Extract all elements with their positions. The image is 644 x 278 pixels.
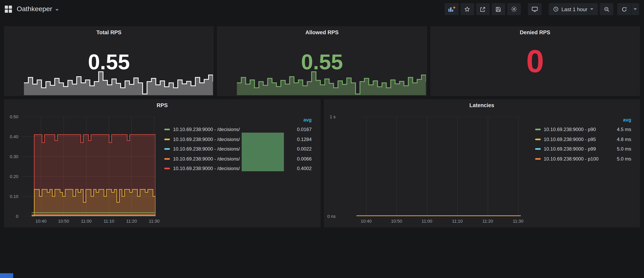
legend-series-value: 0.0066 <box>287 156 312 162</box>
legend-series-name: 10.10.69.238:9000 - p90 <box>544 127 606 132</box>
panel-latencies: Latencies 1 s0 ns 10:4010:5011:0011:1011… <box>324 99 640 227</box>
panel-total-rps: Total RPS 0.55 <box>4 26 214 96</box>
star-icon <box>464 6 470 12</box>
x-tick-label: 10:40 <box>361 219 372 224</box>
legend-series-value: 0.4002 <box>287 166 312 171</box>
legend-row[interactable]: 10.10.69.238:9000 - p95 4.8 ms <box>535 134 631 144</box>
grafana-menu-icon[interactable] <box>5 5 12 13</box>
stat-value-total-rps: 0.55 <box>4 51 214 72</box>
green-overlay-artifact <box>242 133 284 171</box>
legend-series-color <box>164 148 170 150</box>
time-range-picker-button[interactable]: Last 1 hour <box>549 3 598 15</box>
cycle-view-mode-button[interactable] <box>528 3 542 15</box>
x-tick-label: 11:00 <box>422 219 432 224</box>
legend-series-color <box>535 139 540 140</box>
legend-row[interactable]: 10.10.69.238:9000 - /decisions/ 0.0167 <box>164 125 312 134</box>
bottom-left-blue-fragment <box>0 273 13 278</box>
legend-series-value: 0.0022 <box>287 146 312 152</box>
y-tick-label: 0 ns <box>327 214 336 219</box>
legend-series-color <box>164 168 170 169</box>
latency-legend: avg 10.10.69.238:9000 - p90 4.5 ms 10.10… <box>535 117 631 164</box>
y-tick-label: 0.30 <box>10 154 18 159</box>
panel-denied-rps: Denied RPS 0 <box>430 26 640 96</box>
legend-row[interactable]: 10.10.69.238:9000 - /decisions/ 0.0022 <box>164 144 312 154</box>
rps-y-axis: 0.500.400.300.200.100 <box>4 117 18 216</box>
x-tick-label: 11:20 <box>126 219 137 224</box>
refresh-split-button <box>617 3 639 15</box>
clock-icon <box>553 6 559 12</box>
save-dashboard-button[interactable] <box>492 3 505 15</box>
legend-series-value: 4.5 ms <box>606 127 631 132</box>
navbar-right: Last 1 hour <box>444 3 639 15</box>
legend-series-name: 10.10.69.238:9000 - p95 <box>544 137 606 142</box>
refresh-dashboard-button[interactable] <box>617 3 631 15</box>
x-tick-label: 10:50 <box>391 219 402 224</box>
legend-avg-header[interactable]: avg <box>535 117 631 125</box>
x-tick-label: 11:30 <box>149 219 160 224</box>
panel-title-rps[interactable]: RPS <box>4 99 320 108</box>
x-tick-label: 11:20 <box>482 219 493 224</box>
panel-title-latencies[interactable]: Latencies <box>324 99 640 108</box>
panel-title-total-rps[interactable]: Total RPS <box>4 26 214 35</box>
legend-series-name: 10.10.69.238:9000 - p100 <box>544 156 606 162</box>
legend-series-value: 5.0 ms <box>606 146 631 152</box>
stat-value-denied-rps: 0 <box>430 45 640 77</box>
x-tick-label: 11:10 <box>452 219 462 224</box>
gear-icon <box>511 6 517 12</box>
dashboard-picker-caret-icon[interactable] <box>56 9 58 11</box>
total-rps-sparkline <box>24 70 213 95</box>
add-panel-button[interactable] <box>444 3 458 15</box>
navbar-left: Oathkeeper <box>5 5 58 13</box>
rps-chart-plot[interactable] <box>22 117 156 216</box>
panel-title-denied-rps[interactable]: Denied RPS <box>430 26 640 35</box>
y-tick-label: 1 s <box>330 114 336 119</box>
legend-series-value: 0.1284 <box>287 137 312 142</box>
refresh-icon <box>621 6 627 12</box>
legend-series-color <box>164 139 170 140</box>
y-tick-label: 0.10 <box>10 194 18 199</box>
refresh-interval-caret-button[interactable] <box>631 3 639 15</box>
monitor-icon <box>532 6 538 12</box>
save-icon <box>496 6 502 12</box>
legend-series-value: 4.8 ms <box>606 137 631 142</box>
star-dashboard-button[interactable] <box>460 3 474 15</box>
panel-rps: RPS 0.500.400.300.200.100 10:4010:5011:0… <box>4 99 320 227</box>
allowed-rps-sparkline <box>237 70 426 95</box>
legend-series-color <box>535 148 540 150</box>
legend-row[interactable]: 10.10.69.238:9000 - p90 4.5 ms <box>535 125 631 134</box>
latency-chart-plot[interactable] <box>356 117 520 216</box>
legend-row[interactable]: 10.10.69.238:9000 - /decisions/ 0.1284 <box>164 134 312 144</box>
latency-y-axis: 1 s0 ns <box>324 117 336 216</box>
time-range-label: Last 1 hour <box>562 6 588 12</box>
refresh-caret-icon <box>634 8 637 10</box>
y-tick-label: 0 <box>16 214 18 219</box>
legend-row[interactable]: 10.10.69.238:9000 - p99 5.0 ms <box>535 144 631 154</box>
legend-row[interactable]: 10.10.69.238:9000 - p100 5.0 ms <box>535 154 631 164</box>
legend-row[interactable]: 10.10.69.238:9000 - /decisions/ 0.0066 <box>164 154 312 164</box>
zoom-out-icon <box>604 6 610 12</box>
rps-x-axis: 10:4010:5011:0011:1011:2011:30 <box>22 219 156 224</box>
legend-series-color <box>164 158 170 160</box>
y-tick-label: 0.20 <box>10 174 18 179</box>
rps-legend: avg 10.10.69.238:9000 - /decisions/ 0.01… <box>164 117 312 173</box>
legend-series-name: 10.10.69.238:9000 - p99 <box>544 146 606 152</box>
dashboard-settings-button[interactable] <box>507 3 521 15</box>
y-tick-label: 0.40 <box>10 134 18 139</box>
legend-avg-header[interactable]: avg <box>164 117 312 125</box>
panel-title-allowed-rps[interactable]: Allowed RPS <box>217 26 427 35</box>
share-dashboard-button[interactable] <box>476 3 490 15</box>
x-tick-label: 11:00 <box>81 219 92 224</box>
latency-x-axis: 10:4010:5011:0011:1011:2011:30 <box>356 219 520 224</box>
time-range-caret-icon <box>590 8 593 10</box>
add-panel-icon <box>448 6 456 12</box>
graph-panels-row: RPS 0.500.400.300.200.100 10:4010:5011:0… <box>4 99 640 227</box>
zoom-out-time-button[interactable] <box>600 3 613 15</box>
x-tick-label: 10:40 <box>36 219 46 224</box>
dashboard-title[interactable]: Oathkeeper <box>17 5 52 13</box>
y-tick-label: 0.50 <box>10 114 18 119</box>
legend-series-color <box>164 129 170 130</box>
legend-series-value: 0.0167 <box>287 127 312 132</box>
legend-row[interactable]: 10.10.69.238:9000 - /decisions/ 0.4002 <box>164 164 312 173</box>
legend-series-color <box>535 129 540 130</box>
legend-series-color <box>535 158 540 160</box>
